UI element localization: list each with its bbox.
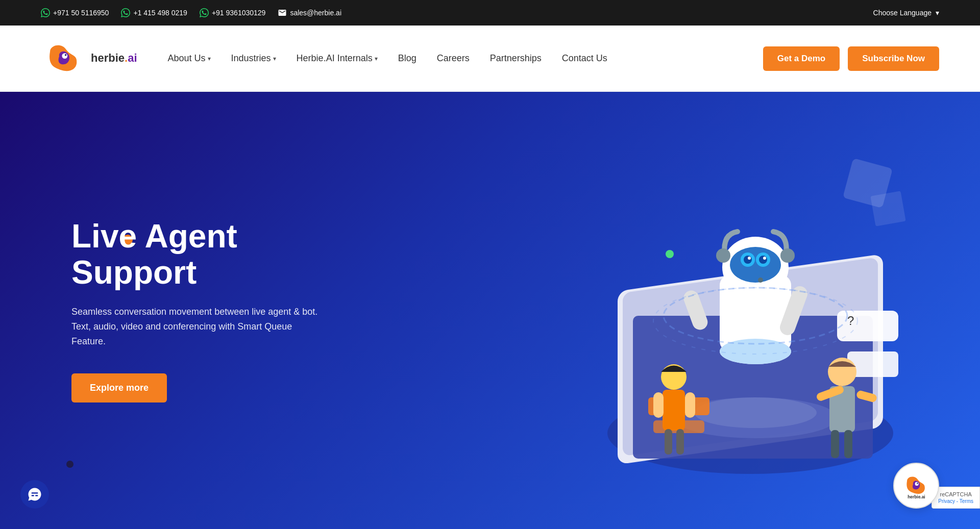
svg-rect-27 (837, 311, 898, 341)
decorative-dot-dark (66, 461, 74, 468)
language-label: Choose Language (873, 9, 932, 17)
svg-point-20 (748, 257, 751, 260)
email-text: sales@herbie.ai (290, 9, 341, 17)
explore-more-button[interactable]: Explore more (71, 373, 167, 402)
herbie-badge[interactable]: herbie.ai (893, 463, 939, 509)
nav-about-us-label: About Us (168, 53, 206, 64)
whatsapp-icon-2 (121, 8, 130, 17)
svg-rect-33 (663, 390, 685, 431)
nav-contact-us[interactable]: Contact Us (562, 53, 607, 64)
whatsapp-icon-3 (200, 8, 209, 17)
svg-rect-35 (685, 392, 695, 418)
svg-text:herbie.ai: herbie.ai (908, 494, 925, 499)
svg-text:?: ? (847, 314, 854, 328)
svg-rect-42 (831, 430, 839, 458)
phone-3[interactable]: +91 9361030129 (200, 8, 266, 17)
logo-text: herbie.ai (91, 52, 137, 65)
language-arrow: ▾ (936, 9, 939, 17)
svg-point-2 (65, 54, 67, 56)
nav-partnerships-label: Partnerships (490, 53, 542, 64)
phone-2[interactable]: +1 415 498 0219 (121, 8, 187, 17)
herbie-logo-svg (41, 36, 87, 82)
svg-point-46 (915, 482, 919, 486)
svg-point-10 (694, 397, 817, 428)
recaptcha-badge: reCAPTCHA Privacy - Terms (932, 487, 980, 509)
robot-scene-svg: ? (551, 132, 949, 489)
nav-industries-label: Industries (231, 53, 271, 64)
svg-point-1 (62, 53, 67, 59)
nav-industries[interactable]: Industries ▾ (231, 53, 276, 64)
svg-rect-4 (870, 191, 906, 226)
nav-about-us[interactable]: About Us ▾ (168, 53, 211, 64)
svg-point-15 (730, 247, 781, 283)
chat-icon-svg (27, 487, 42, 502)
svg-rect-37 (676, 429, 684, 455)
nav-buttons: Get a Demo Subscribe Now (763, 46, 939, 71)
svg-point-23 (780, 248, 795, 263)
hero-title: Live Agent Support (71, 218, 357, 290)
chat-bot-icon[interactable] (20, 480, 49, 509)
nav-contact-us-label: Contact Us (562, 53, 607, 64)
nav-blog[interactable]: Blog (398, 53, 416, 64)
hero-section: Live Agent Support Seamless conversation… (0, 92, 980, 529)
nav-careers[interactable]: Careers (437, 53, 470, 64)
phone-1-text: +971 50 5116950 (53, 9, 109, 17)
hero-content: Live Agent Support Seamless conversation… (0, 218, 357, 402)
subscribe-now-button[interactable]: Subscribe Now (848, 46, 939, 71)
recaptcha-links[interactable]: Privacy - Terms (938, 498, 973, 504)
nav-partnerships[interactable]: Partnerships (490, 53, 542, 64)
language-selector[interactable]: Choose Language ▾ (873, 9, 939, 17)
svg-point-18 (744, 256, 752, 264)
phone-1[interactable]: +971 50 5116950 (41, 8, 109, 17)
industries-chevron: ▾ (273, 55, 276, 62)
top-bar: +971 50 5116950 +1 415 498 0219 +91 9361… (0, 0, 980, 26)
nav-careers-label: Careers (437, 53, 470, 64)
svg-rect-34 (653, 392, 664, 418)
email-icon (278, 8, 287, 17)
recaptcha-label: reCAPTCHA (940, 491, 971, 497)
nav-internals-label: Herbie.AI Internals (297, 53, 373, 64)
svg-point-21 (763, 257, 766, 260)
whatsapp-icon-1 (41, 8, 50, 17)
phone-2-text: +1 415 498 0219 (133, 9, 187, 17)
nav-links: About Us ▾ Industries ▾ Herbie.AI Intern… (168, 53, 763, 64)
navbar: herbie.ai About Us ▾ Industries ▾ Herbie… (0, 26, 980, 92)
email-contact[interactable]: sales@herbie.ai (278, 8, 341, 17)
svg-point-47 (917, 483, 918, 484)
svg-rect-36 (665, 429, 672, 455)
get-demo-button[interactable]: Get a Demo (763, 46, 840, 71)
svg-point-22 (716, 248, 730, 263)
svg-rect-43 (844, 430, 852, 458)
svg-point-24 (758, 278, 763, 283)
svg-point-19 (759, 256, 767, 264)
nav-internals[interactable]: Herbie.AI Internals ▾ (297, 53, 378, 64)
nav-blog-label: Blog (398, 53, 416, 64)
internals-chevron: ▾ (375, 55, 378, 62)
herbie-badge-icon: herbie.ai (901, 470, 932, 501)
phone-3-text: +91 9361030129 (212, 9, 266, 17)
hero-description: Seamless conversation movement between l… (71, 305, 327, 348)
about-us-chevron: ▾ (208, 55, 211, 62)
logo[interactable]: herbie.ai (41, 36, 137, 82)
contact-info: +971 50 5116950 +1 415 498 0219 +91 9361… (41, 8, 341, 17)
